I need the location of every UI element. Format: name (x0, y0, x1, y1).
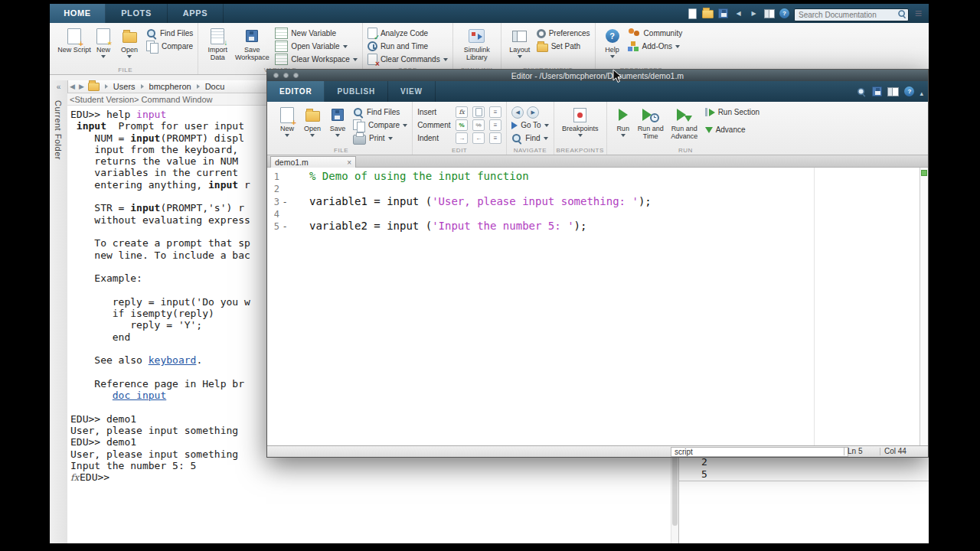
advance-button[interactable]: Advance (705, 124, 760, 135)
forward-icon[interactable]: ▶ (527, 106, 539, 119)
compare-button[interactable]: Compare (146, 41, 193, 52)
find-files-button[interactable]: Find Files (353, 106, 407, 118)
line-number[interactable]: 5 (270, 221, 279, 233)
search-documentation-input[interactable] (794, 8, 909, 21)
tab-plots[interactable]: PLOTS (106, 4, 168, 23)
comment-block-icon[interactable] (489, 119, 501, 131)
layout-windows-icon[interactable] (763, 8, 775, 19)
new-variable-icon (275, 28, 288, 39)
new-script-button[interactable]: New Script (57, 24, 91, 64)
open-icon[interactable] (702, 8, 714, 19)
insert-cell-icon[interactable] (489, 106, 501, 118)
breadcrumb-item[interactable]: Docu (205, 82, 225, 91)
preferences-button[interactable]: Preferences (537, 28, 590, 39)
tab-publish[interactable]: PUBLISH (325, 81, 388, 102)
save-button[interactable]: Save (325, 103, 350, 143)
crumb-separator-icon (105, 84, 108, 89)
button-label: Simulink Library (459, 47, 495, 61)
toolbar-menu-icon[interactable] (913, 8, 924, 19)
save-workspace-button[interactable]: Save Workspace (232, 24, 272, 64)
up-folder-icon[interactable] (88, 83, 100, 91)
open-button[interactable]: Open (116, 24, 143, 64)
tab-home[interactable]: HOME (50, 4, 106, 23)
code-ok-indicator[interactable] (921, 170, 927, 176)
insert-section-icon[interactable] (472, 106, 485, 118)
tab-editor[interactable]: EDITOR (267, 81, 325, 102)
insert-function-icon[interactable] (456, 106, 468, 118)
tab-apps[interactable]: APPS (168, 4, 224, 23)
community-button[interactable]: Community (628, 28, 683, 39)
compare-icon (146, 41, 158, 53)
breakpoints-button[interactable]: Breakpoints (559, 103, 602, 143)
back-icon[interactable]: ◀ (70, 83, 75, 90)
clear-workspace-button[interactable]: Clear Workspace (275, 54, 358, 65)
comment-icon[interactable] (456, 119, 468, 131)
find-button[interactable]: Find (511, 132, 549, 144)
add-ons-button[interactable]: Add-Ons (628, 41, 683, 52)
print-button[interactable]: Print (353, 132, 407, 144)
run-and-advance-button[interactable]: Run and Advance (667, 103, 702, 143)
find-files-button[interactable]: Find Files (146, 28, 193, 39)
import-data-icon (211, 28, 224, 44)
breadcrumb-item[interactable]: bmcpheron (149, 82, 191, 91)
open-button[interactable]: Open (299, 103, 325, 143)
set-path-button[interactable]: Set Path (537, 41, 590, 52)
run-and-time-button[interactable]: Run and Time (368, 41, 448, 52)
redo-icon[interactable] (748, 8, 760, 19)
code-editor-area[interactable]: 1 % Demo of using the input function2 3-… (267, 168, 928, 445)
dropdown-arrow-icon (544, 124, 549, 127)
simulink-library-button[interactable]: Simulink Library (458, 24, 496, 64)
compare-button[interactable]: Compare (353, 119, 407, 131)
new-variable-button[interactable]: New Variable (275, 28, 358, 39)
search-icon[interactable] (858, 87, 867, 96)
run-section-button[interactable]: Run Section (705, 106, 760, 118)
document-tab-demo1[interactable]: demo1.m (270, 156, 356, 168)
line-number[interactable]: 1 (270, 171, 279, 183)
analyze-code-button[interactable]: Analyze Code (368, 28, 448, 39)
button-label: Save (330, 126, 346, 133)
search-icon[interactable] (897, 9, 906, 18)
back-icon[interactable]: ◀ (511, 106, 524, 119)
button-label: Advance (716, 126, 746, 134)
dropdown-arrow-icon (353, 58, 358, 61)
help-button[interactable]: Help (600, 24, 625, 64)
help-link[interactable]: doc input (113, 390, 166, 401)
import-data-button[interactable]: Import Data (203, 24, 232, 64)
split-view-icon[interactable] (887, 87, 899, 96)
undo-icon[interactable] (733, 8, 744, 19)
uncomment-icon[interactable] (472, 119, 485, 131)
save-icon[interactable] (717, 8, 729, 19)
help-link[interactable]: keyboard (149, 354, 197, 366)
line-number[interactable]: 4 (270, 209, 279, 220)
forward-icon[interactable]: ▶ (79, 83, 84, 90)
line-number[interactable]: 2 (270, 184, 279, 195)
code-line: 2 (267, 183, 928, 195)
background-panel-line: 2 (701, 456, 707, 468)
editor-titlebar[interactable]: Editor - /Users/bmcpheron/Documents/demo… (267, 70, 928, 81)
indent-right-icon[interactable] (456, 132, 468, 144)
help-icon[interactable] (904, 86, 914, 96)
go-to-button[interactable]: Go To (511, 119, 549, 131)
tab-view[interactable]: VIEW (388, 81, 436, 102)
new-button[interactable]: New (275, 103, 299, 143)
help-icon[interactable] (779, 8, 790, 19)
current-folder-strip[interactable]: « Current Folder (50, 80, 68, 543)
save-icon[interactable] (872, 86, 882, 96)
breadcrumb-item[interactable]: Users (113, 82, 136, 91)
line-number[interactable]: 3 (270, 197, 279, 208)
close-tab-icon[interactable] (347, 158, 351, 167)
collapse-panel-icon[interactable]: « (50, 83, 67, 91)
indent-left-icon[interactable] (472, 132, 485, 144)
run-button[interactable]: Run (612, 103, 635, 143)
smart-indent-icon[interactable] (489, 132, 501, 144)
collapse-ribbon-icon[interactable] (920, 85, 923, 99)
line-indicator: Ln 5 (848, 447, 862, 455)
open-variable-button[interactable]: Open Variable (275, 41, 358, 52)
new-button[interactable]: New (91, 24, 116, 64)
run-and-time-button[interactable]: Run and Time (635, 103, 667, 143)
layout-button[interactable]: Layout (506, 24, 534, 64)
new-icon[interactable] (687, 8, 698, 19)
set-path-icon (537, 44, 548, 52)
clear-commands-button[interactable]: Clear Commands (368, 54, 448, 65)
function-browser-button[interactable]: fx (70, 472, 79, 484)
